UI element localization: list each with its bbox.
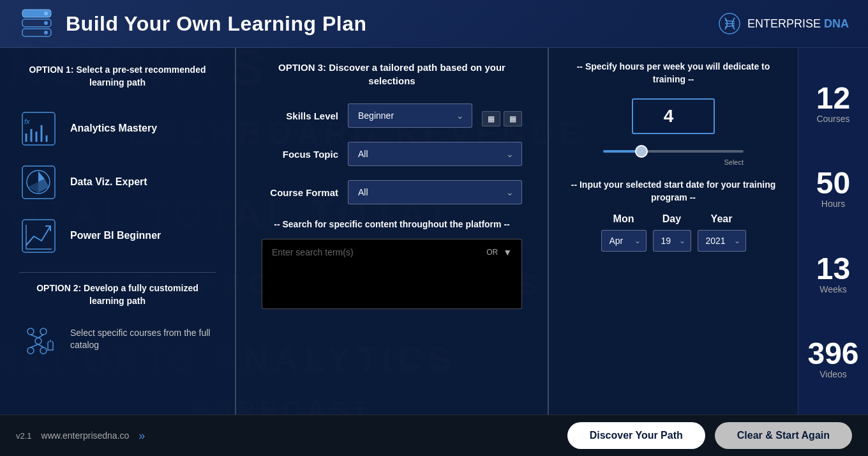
hours-stat: 50 Hours <box>816 168 850 209</box>
catalog-item[interactable]: Select specific courses from the full ca… <box>19 320 216 358</box>
right-panel: -- Specify hours per week you will dedic… <box>549 48 798 414</box>
focus-topic-label: Focus Topic <box>262 149 338 160</box>
option3-heading: OPTION 3: Discover a tailored path based… <box>262 61 522 87</box>
grid-icon-btn[interactable]: ▦ <box>504 111 522 126</box>
date-heading: -- Input your selected start date for yo… <box>565 179 782 204</box>
data-viz-item[interactable]: Data Viz. Expert <box>19 155 216 209</box>
or-text: OR <box>486 248 498 257</box>
course-format-label: Course Format <box>262 187 338 198</box>
footer-left: v2.1 www.enterprisedna.co » <box>16 429 145 443</box>
courses-number: 12 <box>816 83 850 114</box>
svg-point-3 <box>44 11 48 15</box>
data-viz-icon <box>19 163 57 201</box>
svg-point-4 <box>44 21 48 25</box>
option2-heading: OPTION 2: Develop a fully customized lea… <box>19 282 216 307</box>
filter-icon-btn[interactable]: ▦ <box>482 111 500 126</box>
year-select[interactable]: 20212022 202320242025 <box>698 231 745 251</box>
month-select-wrapper[interactable]: JanFebMar AprMayJun JulAugSep OctNovDec … <box>601 230 647 252</box>
discover-path-button[interactable]: Discover Your Path <box>567 422 705 449</box>
weeks-stat: 13 Weeks <box>816 254 850 294</box>
filter-icons: ▦ ▦ <box>482 111 522 128</box>
courses-stat: 12 Courses <box>816 83 850 124</box>
svg-point-22 <box>27 328 34 335</box>
svg-rect-19 <box>22 220 55 252</box>
course-format-select[interactable]: All Video Course Learning Path <box>348 181 521 204</box>
database-icon <box>19 6 54 42</box>
slider-container: Select <box>603 144 744 166</box>
course-format-row: Course Format All Video Course Learning … <box>262 180 522 204</box>
videos-number: 396 <box>807 338 858 369</box>
option1-heading: OPTION 1: Select a pre-set recommended l… <box>19 64 216 89</box>
dna-logo-icon <box>719 13 741 35</box>
focus-topic-select[interactable]: All Power BI DAX Power Query Excel <box>348 142 521 165</box>
weeks-label: Weeks <box>816 284 850 294</box>
stats-panel: 12 Courses 50 Hours 13 Weeks 396 Videos <box>798 48 868 414</box>
svg-line-28 <box>38 335 43 338</box>
hours-number: 50 <box>816 168 850 199</box>
header: Build Your Own Learning Plan ENTERPRISE … <box>0 0 868 48</box>
data-viz-label: Data Viz. Expert <box>70 176 147 188</box>
mon-label: Mon <box>613 213 634 225</box>
filter-funnel-icon[interactable]: ▼ <box>503 247 512 257</box>
day-col: Day 1234 51015 19202531 ⌄ <box>653 213 691 252</box>
select-label: Select <box>603 158 744 166</box>
svg-line-27 <box>31 335 38 338</box>
power-bi-label: Power BI Beginner <box>70 230 161 241</box>
svg-point-24 <box>35 338 41 344</box>
power-bi-item[interactable]: Power BI Beginner <box>19 209 216 262</box>
date-row: Mon JanFebMar AprMayJun JulAugSep OctNov… <box>565 213 782 252</box>
svg-point-23 <box>40 328 47 335</box>
day-select[interactable]: 1234 51015 19202531 <box>654 231 691 251</box>
svg-point-25 <box>27 347 34 354</box>
middle-panel: OPTION 3: Discover a tailored path based… <box>236 48 549 414</box>
catalog-icon <box>19 320 57 358</box>
skills-level-select[interactable]: Beginner Intermediate Advanced <box>348 104 472 127</box>
footer: v2.1 www.enterprisedna.co » Discover You… <box>0 414 868 456</box>
svg-point-26 <box>40 347 47 354</box>
svg-line-29 <box>31 344 38 347</box>
left-panel: OPTION 1: Select a pre-set recommended l… <box>0 48 236 414</box>
analytics-mastery-icon: fx <box>19 109 57 148</box>
page-title: Build Your Own Learning Plan <box>66 12 367 36</box>
version-text: v2.1 <box>16 431 32 441</box>
weeks-number: 13 <box>816 254 850 284</box>
hours-input-area: Select <box>565 98 782 166</box>
hours-heading: -- Specify hours per week you will dedic… <box>565 61 782 86</box>
clear-start-again-button[interactable]: Clear & Start Again <box>715 422 852 449</box>
skills-level-row: Skills Level Beginner Intermediate Advan… <box>262 103 522 128</box>
enterprise-dna-logo: ENTERPRISE DNA <box>719 13 849 35</box>
header-left: Build Your Own Learning Plan <box>19 6 367 42</box>
hours-number-input[interactable] <box>632 98 715 134</box>
search-tools: OR ▼ <box>486 247 512 257</box>
skills-level-label: Skills Level <box>262 110 338 121</box>
catalog-text: Select specific courses from the full ca… <box>70 327 216 352</box>
year-col: Year 20212022 202320242025 ⌄ <box>698 213 746 252</box>
logo-text: ENTERPRISE DNA <box>747 17 849 31</box>
search-heading: -- Search for specific content throughou… <box>262 218 522 231</box>
skills-level-select-wrapper[interactable]: Beginner Intermediate Advanced ⌄ <box>348 103 472 128</box>
svg-line-30 <box>38 344 43 347</box>
courses-label: Courses <box>816 114 850 124</box>
main-content: OPTION 1: Select a pre-set recommended l… <box>0 48 868 414</box>
day-select-wrapper[interactable]: 1234 51015 19202531 ⌄ <box>653 230 691 252</box>
videos-label: Videos <box>807 369 858 379</box>
month-select[interactable]: JanFebMar AprMayJun JulAugSep OctNovDec <box>602 231 646 251</box>
year-label: Year <box>711 213 733 225</box>
website-text: www.enterprisedna.co <box>41 430 130 441</box>
search-box[interactable]: Enter search term(s) OR ▼ <box>262 239 522 309</box>
svg-text:fx: fx <box>24 118 30 125</box>
power-bi-icon <box>19 217 57 255</box>
focus-topic-row: Focus Topic All Power BI DAX Power Query… <box>262 142 522 166</box>
footer-arrows-icon: » <box>138 429 145 443</box>
year-select-wrapper[interactable]: 20212022 202320242025 ⌄ <box>698 230 746 252</box>
svg-point-5 <box>44 31 48 34</box>
search-placeholder-text: Enter search term(s) <box>272 247 354 257</box>
focus-topic-select-wrapper[interactable]: All Power BI DAX Power Query Excel ⌄ <box>348 142 522 166</box>
footer-buttons: Discover Your Path Clear & Start Again <box>567 422 852 449</box>
panel-divider <box>19 272 216 273</box>
hours-label: Hours <box>816 199 850 209</box>
analytics-mastery-item[interactable]: fx Analytics Mastery <box>19 102 216 155</box>
course-format-select-wrapper[interactable]: All Video Course Learning Path ⌄ <box>348 180 522 204</box>
hours-slider[interactable] <box>603 150 744 153</box>
day-label: Day <box>662 213 681 225</box>
